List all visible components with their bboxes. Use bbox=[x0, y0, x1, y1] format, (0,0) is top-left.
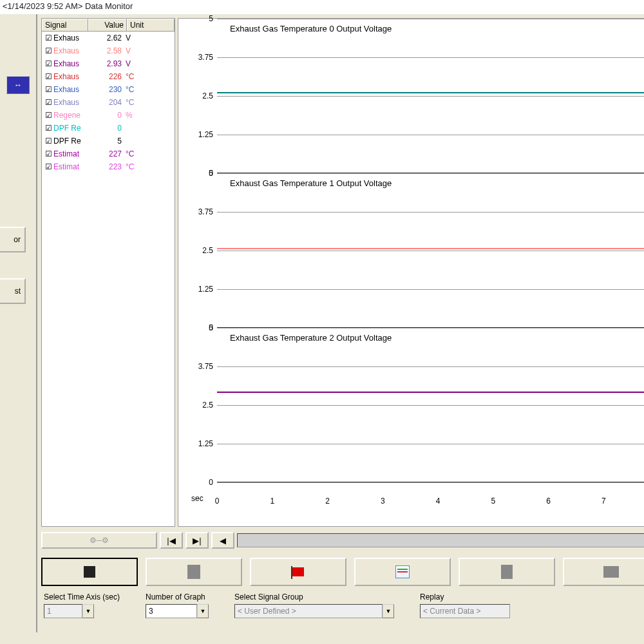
print-button[interactable] bbox=[563, 558, 644, 586]
chart-title: Exhaust Gas Temperature 0 Output Voltage bbox=[230, 24, 392, 33]
row-unit: °C bbox=[126, 162, 173, 171]
time-axis-label: Select Time Axis (sec) bbox=[44, 592, 120, 601]
row-name: DPF Re bbox=[53, 137, 88, 146]
row-checkbox[interactable]: ☑ bbox=[43, 85, 53, 94]
swap-icon[interactable]: ↔ bbox=[6, 76, 30, 94]
flag-button[interactable] bbox=[250, 558, 346, 586]
num-graph-label: Number of Graph bbox=[146, 592, 209, 601]
y-tick: 5 bbox=[209, 14, 213, 23]
doc-button[interactable] bbox=[146, 558, 242, 586]
num-graph-select[interactable] bbox=[146, 604, 197, 618]
row-name: Exhaus bbox=[53, 46, 88, 55]
row-name: Exhaus bbox=[53, 72, 88, 81]
y-tick: 3.75 bbox=[198, 362, 213, 371]
chart-title: Exhaust Gas Temperature 1 Output Voltage bbox=[230, 178, 392, 188]
chevron-down-icon[interactable]: ▼ bbox=[383, 604, 394, 618]
table-row[interactable]: ☑Estimat223°C bbox=[42, 160, 175, 173]
row-checkbox[interactable]: ☑ bbox=[43, 59, 53, 68]
title-bar: <1/14/2023 9:52 AM> Data Monitor bbox=[0, 0, 644, 14]
row-checkbox[interactable]: ☑ bbox=[43, 111, 53, 120]
x-tick: 7 bbox=[601, 497, 606, 506]
row-name: Exhaus bbox=[53, 98, 88, 107]
row-name: Exhaus bbox=[53, 33, 88, 43]
y-tick: 0 bbox=[209, 478, 213, 487]
table-row[interactable]: ☑Exhaus2.62V bbox=[42, 32, 175, 44]
col-unit[interactable]: Unit bbox=[127, 19, 175, 31]
x-tick: 4 bbox=[436, 497, 440, 506]
replay-select[interactable] bbox=[420, 604, 510, 618]
row-value: 230 bbox=[88, 85, 126, 94]
table-row[interactable]: ☑Exhaus2.93V bbox=[42, 57, 175, 70]
playback-bar: ⚙─⚙ |◀ ▶| ◀ bbox=[41, 531, 644, 550]
signal-table: Signal Value Unit ☑Exhaus2.62V☑Exhaus2.5… bbox=[41, 18, 175, 527]
y-tick: 5 bbox=[209, 169, 213, 178]
first-button[interactable]: |◀ bbox=[160, 532, 183, 549]
row-name: Exhaus bbox=[53, 85, 88, 94]
time-axis-select[interactable] bbox=[44, 604, 82, 618]
data-line bbox=[217, 92, 644, 93]
time-scrubber[interactable] bbox=[237, 533, 644, 547]
charts-area: 01.252.53.755Exhaust Gas Temperature 0 O… bbox=[178, 18, 644, 527]
col-value[interactable]: Value bbox=[88, 19, 127, 31]
table-row[interactable]: ☑Exhaus2.58V bbox=[42, 44, 175, 57]
row-checkbox[interactable]: ☑ bbox=[43, 33, 53, 43]
y-tick: 1.25 bbox=[198, 439, 213, 448]
title-text: <1/14/2023 9:52 AM> Data Monitor bbox=[3, 1, 133, 11]
settings-button[interactable]: ⚙─⚙ bbox=[41, 532, 157, 549]
row-unit: °C bbox=[126, 85, 173, 94]
time-axis-group: Select Time Axis (sec) ▼ bbox=[44, 592, 120, 618]
replay-group: Replay bbox=[420, 592, 510, 618]
x-tick: 2 bbox=[325, 497, 330, 506]
row-unit: V bbox=[126, 59, 173, 68]
file-button[interactable] bbox=[459, 558, 555, 586]
table-row[interactable]: ☑Estimat227°C bbox=[42, 147, 175, 160]
row-checkbox[interactable]: ☑ bbox=[43, 72, 53, 81]
signal-group-select[interactable] bbox=[234, 604, 383, 618]
table-row[interactable]: ☑Exhaus204°C bbox=[42, 96, 175, 109]
row-checkbox[interactable]: ☑ bbox=[43, 46, 53, 55]
row-unit: V bbox=[126, 33, 173, 43]
table-row[interactable]: ☑Regene0% bbox=[42, 109, 175, 122]
col-signal[interactable]: Signal bbox=[42, 19, 88, 31]
chevron-down-icon[interactable]: ▼ bbox=[82, 604, 94, 618]
y-tick: 2.5 bbox=[202, 91, 213, 100]
play-back-button[interactable]: ◀ bbox=[211, 532, 234, 549]
row-checkbox[interactable]: ☑ bbox=[43, 162, 53, 171]
row-value: 227 bbox=[88, 149, 126, 158]
y-tick: 5 bbox=[209, 323, 213, 332]
row-value: 0 bbox=[88, 111, 126, 120]
table-row[interactable]: ☑DPF Re5 bbox=[42, 135, 175, 147]
chart-button[interactable] bbox=[354, 558, 451, 586]
chart: 01.252.53.755Exhaust Gas Temperature 0 O… bbox=[217, 19, 644, 173]
y-tick: 2.5 bbox=[202, 246, 213, 255]
table-row[interactable]: ☑DPF Re0 bbox=[42, 122, 175, 135]
row-value: 2.58 bbox=[88, 46, 126, 55]
side-button-2[interactable]: st bbox=[0, 278, 26, 304]
prev-flag-button[interactable]: ▶| bbox=[185, 532, 209, 549]
y-tick: 2.5 bbox=[202, 401, 213, 410]
num-graph-group: Number of Graph ▼ bbox=[146, 592, 209, 618]
row-checkbox[interactable]: ☑ bbox=[43, 137, 53, 146]
y-tick: 3.75 bbox=[198, 53, 213, 62]
row-name: Regene bbox=[53, 111, 88, 120]
row-unit: °C bbox=[126, 98, 173, 107]
record-button[interactable] bbox=[41, 558, 138, 586]
table-row[interactable]: ☑Exhaus230°C bbox=[42, 83, 175, 96]
row-checkbox[interactable]: ☑ bbox=[43, 98, 53, 107]
row-name: Exhaus bbox=[53, 59, 88, 68]
row-checkbox[interactable]: ☑ bbox=[43, 149, 53, 158]
row-unit: % bbox=[126, 111, 173, 120]
row-checkbox[interactable]: ☑ bbox=[43, 124, 53, 133]
chart: 01.252.53.755Exhaust Gas Temperature 2 O… bbox=[217, 328, 644, 482]
table-header[interactable]: Signal Value Unit bbox=[42, 19, 175, 32]
table-row[interactable]: ☑Exhaus226°C bbox=[42, 70, 175, 83]
data-line bbox=[217, 248, 644, 249]
chevron-down-icon[interactable]: ▼ bbox=[197, 604, 209, 618]
x-axis: 012345678 bbox=[217, 494, 644, 507]
chart: 01.252.53.755Exhaust Gas Temperature 1 O… bbox=[217, 173, 644, 328]
x-axis-label: sec bbox=[191, 494, 204, 503]
side-button-1[interactable]: or bbox=[0, 227, 26, 252]
x-tick: 6 bbox=[546, 497, 551, 506]
row-unit: V bbox=[126, 46, 173, 55]
y-tick: 3.75 bbox=[198, 207, 213, 216]
